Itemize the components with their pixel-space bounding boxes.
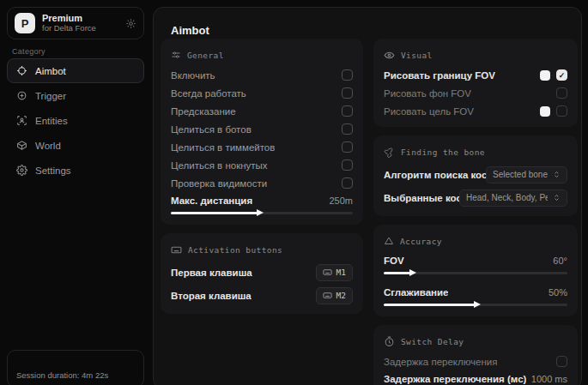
keybind-label: Вторая клавиша xyxy=(171,291,252,301)
toggle-label: Рисовать фон FOV xyxy=(384,88,471,99)
visual-header: Visual xyxy=(384,47,567,63)
section-title: Activation buttons xyxy=(188,245,282,255)
max-distance-slider[interactable] xyxy=(171,208,353,218)
toggle-row-aim-knocked: Целиться в нокнутых xyxy=(171,156,353,174)
keybind-button-m2[interactable]: M2 xyxy=(316,287,353,304)
color-swatch[interactable] xyxy=(540,70,550,81)
slider-fill xyxy=(171,212,258,214)
checkbox[interactable] xyxy=(342,87,353,99)
dropdown-value: Head, Neck, Body, Pe.. xyxy=(466,193,548,202)
slider-thumb[interactable] xyxy=(474,301,481,308)
right-column: Visual Рисовать границу FOV Рисовать фон… xyxy=(373,39,578,385)
keybind-row-second: Вторая клавиша M2 xyxy=(171,284,353,307)
accuracy-header: Accuracy xyxy=(384,233,567,249)
toggle-row-aim-bots: Целиться в ботов xyxy=(171,120,353,138)
fov-slider[interactable] xyxy=(384,268,567,278)
sidebar-item-label: Entities xyxy=(35,116,68,126)
entities-icon xyxy=(16,115,27,126)
sidebar: P Premium for Delta Force Category Aimbo… xyxy=(0,0,151,385)
eye-icon xyxy=(384,50,395,61)
toggle-label: Проверка видимости xyxy=(171,178,267,189)
slider-label: FOV xyxy=(384,256,404,266)
checkbox[interactable] xyxy=(342,141,353,153)
toggle-row-enable: Включить xyxy=(171,66,353,84)
toggle-label: Задержка переключения xyxy=(384,357,497,367)
bone-icon xyxy=(384,147,395,158)
slider-label: Макс. дистанция xyxy=(171,196,252,206)
toggle-row-fov-target: Рисовать цель FOV xyxy=(384,102,567,120)
toggle-label: Рисовать цель FOV xyxy=(384,106,474,117)
dropdown-value: Selected bone xyxy=(493,170,548,179)
bone-algorithm-row: Алгоритм поиска костей Selected bone xyxy=(384,163,567,186)
brand-text: Premium for Delta Force xyxy=(42,13,118,33)
row-controls xyxy=(540,69,567,81)
slider-thumb[interactable] xyxy=(409,269,416,276)
smoothing-slider[interactable] xyxy=(384,300,567,310)
section-title: Finding the bone xyxy=(401,147,485,157)
general-header: General xyxy=(171,47,353,63)
toggle-label: Рисовать границу FOV xyxy=(384,70,495,81)
session-box: Session duration: 4m 22s xyxy=(7,350,144,385)
checkbox[interactable] xyxy=(342,105,353,117)
toggle-row-switch-delay: Задержка переключения xyxy=(384,352,567,370)
bone-algorithm-dropdown[interactable]: Selected bone xyxy=(486,166,567,183)
checkbox[interactable] xyxy=(342,177,353,189)
checkbox[interactable] xyxy=(556,356,567,367)
slider-thumb[interactable] xyxy=(257,209,264,216)
slider-value: 250m xyxy=(329,196,353,206)
toggle-row-prediction: Предсказание xyxy=(171,102,353,120)
app-subtitle: for Delta Force xyxy=(42,24,118,33)
sidebar-item-world[interactable]: World xyxy=(7,133,144,158)
bone-card: Finding the bone Алгоритм поиска костей … xyxy=(373,135,578,216)
toggle-label: Предсказание xyxy=(171,106,236,117)
keybind-value: M2 xyxy=(336,291,346,300)
sidebar-item-settings[interactable]: Settings xyxy=(7,158,144,183)
refresh-gear-icon[interactable] xyxy=(125,18,136,29)
keyboard-icon xyxy=(171,244,182,256)
toggle-row-fov-border: Рисовать границу FOV xyxy=(384,66,567,84)
sidebar-item-label: Aimbot xyxy=(35,66,66,76)
sidebar-item-aimbot[interactable]: Aimbot xyxy=(7,58,144,83)
checkbox[interactable] xyxy=(342,123,353,135)
sidebar-item-trigger[interactable]: Trigger xyxy=(7,83,144,108)
toggle-label: Целиться в тиммейтов xyxy=(171,142,275,153)
selected-bones-row: Выбранные кости Head, Neck, Body, Pe.. xyxy=(384,186,567,209)
general-card: General Включить Всегда работать Предска… xyxy=(161,39,363,225)
fov-row: FOV 60° xyxy=(384,252,567,268)
gear-icon xyxy=(16,165,27,176)
activation-card: Activation buttons Первая клавиша M1 Вто… xyxy=(161,233,363,314)
dropdown-label: Алгоритм поиска костей xyxy=(384,170,486,180)
selected-bones-dropdown[interactable]: Head, Neck, Body, Pe.. xyxy=(459,189,567,207)
sidebar-item-entities[interactable]: Entities xyxy=(7,108,144,133)
checkbox[interactable] xyxy=(342,159,353,171)
row-controls xyxy=(540,105,567,117)
sidebar-item-label: Settings xyxy=(35,165,71,176)
sliders-icon xyxy=(171,50,181,60)
toggle-label: Целиться в нокнутых xyxy=(171,160,268,171)
toggle-label: Целиться в ботов xyxy=(171,124,252,135)
max-distance-row: Макс. дистанция 250m xyxy=(171,192,353,208)
toggle-label: Включить xyxy=(171,70,215,81)
sidebar-item-label: Trigger xyxy=(35,91,66,101)
switch-delay-ms-row: Задержка переключения (мс) 1000 ms xyxy=(384,370,567,385)
toggle-label: Всегда работать xyxy=(171,88,246,99)
checkbox[interactable] xyxy=(556,87,567,99)
switch-delay-header: Switch Delay xyxy=(384,334,567,349)
chevron-up-down-icon xyxy=(553,170,561,179)
slider-fill xyxy=(384,272,411,274)
toggle-row-always-work: Всегда работать xyxy=(171,84,353,102)
left-column: General Включить Всегда работать Предска… xyxy=(161,39,363,322)
checkbox[interactable] xyxy=(342,69,353,81)
page-title: Aimbot xyxy=(171,24,209,37)
keybind-button-m1[interactable]: M1 xyxy=(316,264,353,281)
color-swatch[interactable] xyxy=(540,106,550,117)
brand-card: P Premium for Delta Force xyxy=(7,7,144,39)
smoothing-row: Сглаживание 50% xyxy=(384,284,567,300)
checkbox[interactable] xyxy=(556,105,567,117)
keybind-value: M1 xyxy=(336,268,346,277)
switch-delay-card: Switch Delay Задержка переключения Задер… xyxy=(373,325,578,385)
slider-label: Сглаживание xyxy=(384,287,448,298)
accuracy-card: Accuracy FOV 60° Сглаживание 50% xyxy=(373,225,578,316)
checkbox-checked[interactable] xyxy=(556,69,567,81)
world-icon xyxy=(16,140,27,151)
